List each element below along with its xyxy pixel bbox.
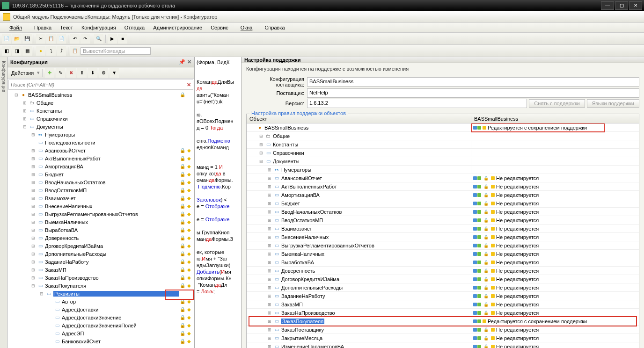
tree-item[interactable]: ▭АдресЭП🔒◆ <box>7 329 194 337</box>
obj-row[interactable]: ⊞▭Бюджет🔒Не редактируется <box>247 199 639 208</box>
tree-item[interactable]: ⊞▭ЗаданиеНаРаботу🔒◆ <box>7 258 194 266</box>
obj-row[interactable]: ⊞▭ЗаказПоставщику🔒Не редактируется <box>247 326 639 334</box>
obj-row[interactable]: ⊞▭ИзменениеПараметровВА🔒Не редактируется <box>247 342 639 348</box>
obj-row[interactable]: ⊞▭ЗаказНаПроизводство🔒Не редактируется <box>247 309 639 317</box>
tree-item[interactable]: ⊞▭ВыгрузкаРегламентированныхОтчетов🔒◆ <box>7 210 194 218</box>
ab-up-icon[interactable]: ⬆ <box>77 68 87 78</box>
tree-item[interactable]: ⊟▭Документы <box>7 123 194 130</box>
tb2-step-icon[interactable]: ⤵ <box>46 46 56 56</box>
tb-stop-icon[interactable]: ■ <box>118 34 127 44</box>
maximize-button[interactable]: ▢ <box>615 1 628 10</box>
obj-row[interactable]: ⊞▭ВыемкаНаличных🔒Не редактируется <box>247 250 639 258</box>
tb-copy-icon[interactable]: 📋 <box>46 34 56 44</box>
obj-row[interactable]: ⊞▭ДоговорКредитаИЗайма🔒Не редактируется <box>247 275 639 283</box>
tb-cut-icon[interactable]: ✂ <box>36 34 45 44</box>
ab-sort-icon[interactable]: ⚙ <box>99 68 108 78</box>
ab-filter-icon[interactable]: ▼ <box>110 68 119 78</box>
tree-item[interactable]: ⊞▭Взаимозачет🔒◆ <box>7 194 194 202</box>
tree-item[interactable]: ▭Последовательности <box>7 138 194 146</box>
tb2-proc-icon[interactable]: 📋 <box>70 46 80 56</box>
tree-item[interactable]: ⊞▭Справочники <box>7 115 194 123</box>
obj-row[interactable]: ⊞▭ВводОстатковМП🔒Не редактируется <box>247 216 639 225</box>
menu-edit[interactable]: Правка <box>30 24 55 31</box>
tree-item[interactable]: ▭БанковскийСчет🔒◆ <box>7 337 194 345</box>
tb-run-icon[interactable]: ▶ <box>108 34 117 44</box>
obj-row[interactable]: ⊞▭Доверенность🔒Не редактируется <box>247 267 639 275</box>
config-tree[interactable]: ⊟●BASSmallBusiness🔒⊞🗀Общие⊞▭Константы⊞▭С… <box>7 91 194 348</box>
close-button[interactable]: ✕ <box>629 1 642 10</box>
tree-item[interactable]: ▭АдресДоставки🔒◆ <box>7 305 194 313</box>
tb-find-icon[interactable]: 🔍 <box>94 34 103 44</box>
obj-row[interactable]: ⊞₂₃Нумераторы <box>247 166 639 174</box>
obj-row[interactable]: ⊞▭ЗакрытиеМесяца🔒Не редактируется <box>247 334 639 342</box>
menu-debug[interactable]: Отладка <box>121 24 148 31</box>
obj-row[interactable]: ⊞▭АвансовыйОтчет🔒Не редактируется <box>247 174 639 182</box>
sidebar-tab[interactable]: Конфигурация <box>0 57 7 348</box>
tree-item[interactable]: ⊞▭ВыемкаНаличных🔒◆ <box>7 218 194 226</box>
tree-item[interactable]: ⊞▭ДополнительныеРасходы🔒◆ <box>7 250 194 258</box>
menu-service[interactable]: Сервис <box>207 24 232 31</box>
tb-open-icon[interactable]: 📂 <box>12 34 22 44</box>
tree-item[interactable]: ⊟▭ЗаказПокупателя🔒◆ <box>7 282 194 290</box>
ab-edit-icon[interactable]: ✎ <box>56 68 65 78</box>
obj-row[interactable]: ⊟▭Документы <box>247 157 639 166</box>
tree-item[interactable]: ⊞▭Бюджет🔒◆ <box>7 170 194 178</box>
search-clear-icon[interactable]: ✕ <box>184 82 193 88</box>
menu-admin[interactable]: Администрирование <box>149 24 206 31</box>
obj-row[interactable]: ⊞▭ВводНачальныхОстатков🔒Не редактируется <box>247 208 639 216</box>
tree-item[interactable]: ⊟▭Реквизиты <box>7 290 194 297</box>
tree-item[interactable]: ⊞▭ВыработкаВА🔒◆ <box>7 226 194 234</box>
tb-undo-icon[interactable]: ↶ <box>70 34 80 44</box>
tree-item[interactable]: ⊞▭ДоговорКредитаИЗайма🔒◆ <box>7 242 194 250</box>
tree-item[interactable]: ⊞▭АктВыполненныхРабот🔒◆ <box>7 154 194 162</box>
tree-item[interactable]: ⊞▭Константы <box>7 107 194 115</box>
menu-config[interactable]: Конфигурация <box>78 24 120 31</box>
obj-row[interactable]: ⊞▭ЗаданиеНаРаботу🔒Не редактируется <box>247 292 639 300</box>
tb-save-icon[interactable]: 💾 <box>22 34 32 44</box>
tb2-debug-icon[interactable]: ● <box>36 46 45 56</box>
ab-down-icon[interactable]: ⬇ <box>88 68 97 78</box>
menu-text[interactable]: Текст <box>56 24 77 31</box>
tree-item[interactable]: ⊞₂₃Нумераторы <box>7 130 194 138</box>
tree-item[interactable]: ⊞▭АмортизацияВА🔒◆ <box>7 162 194 170</box>
tb2-2-icon[interactable]: ◨ <box>12 46 22 56</box>
obj-row[interactable]: ⊞▭Константы <box>247 140 639 149</box>
menu-help[interactable]: Справка <box>261 24 288 31</box>
tree-item[interactable]: ⊞▭ВводОстатковМП🔒◆ <box>7 186 194 194</box>
tb2-3-icon[interactable]: ▦ <box>22 46 32 56</box>
obj-row[interactable]: ⊞▭Взаимозачет🔒Не редактируется <box>247 225 639 233</box>
menu-file[interactable]: Файл <box>2 24 29 31</box>
obj-row[interactable]: ⊞▭ЗаказМП🔒Не редактируется <box>247 300 639 309</box>
proc-combo[interactable]: ВывестиКоманды <box>80 47 151 55</box>
obj-row[interactable]: ⊞▭ДополнительныеРасходы🔒Не редактируется <box>247 283 639 292</box>
tree-item[interactable]: ⊞▭Доверенность🔒◆ <box>7 234 194 242</box>
tb-redo-icon[interactable]: ↷ <box>80 34 90 44</box>
remove-support-button[interactable]: Снять с поддержки <box>529 99 585 108</box>
obj-row[interactable]: ⊞▭ЗаказПокупателяРедактируется с сохране… <box>247 317 639 326</box>
tree-item[interactable]: ⊞▭АвансовыйОтчет🔒◆ <box>7 146 194 154</box>
tb2-1-icon[interactable]: ◧ <box>2 46 11 56</box>
obj-row[interactable]: ⊞▭ВыгрузкаРегламентированныхОтчетов🔒Не р… <box>247 241 639 250</box>
actions-menu[interactable]: Действия <box>9 69 36 77</box>
support-languages-button[interactable]: Языки поддержки <box>587 99 639 108</box>
tb-paste-icon[interactable]: 📄 <box>57 34 66 44</box>
obj-row[interactable]: ⊞▭АктВыполненныхРабот🔒Не редактируется <box>247 182 639 191</box>
tree-item[interactable]: ▭Автор🔒◆ <box>7 297 194 305</box>
tree-item[interactable]: ⊞▭ВводНачальныхОстатков🔒◆ <box>7 178 194 186</box>
minimize-button[interactable]: — <box>601 1 614 10</box>
tb-new-icon[interactable]: 📄 <box>2 34 11 44</box>
tree-item[interactable]: ⊟●BASSmallBusiness🔒 <box>7 91 194 99</box>
panel-pin-icon[interactable]: 📌 <box>179 59 185 65</box>
tb2-step2-icon[interactable]: ⤴ <box>57 46 66 56</box>
tree-item[interactable]: ⊞▭ВнесениеНаличных🔒◆ <box>7 202 194 210</box>
tree-item[interactable]: ⊞🗀Общие <box>7 99 194 107</box>
ab-del-icon[interactable]: ✖ <box>66 68 76 78</box>
obj-row[interactable]: ⊞▭ВыработкаВА🔒Не редактируется <box>247 258 639 267</box>
tree-item[interactable]: ⊞▭ЗаказНаПроизводство🔒◆ <box>7 274 194 282</box>
tree-item[interactable]: ▭АдресДоставкиЗначенияПолей🔒◆ <box>7 321 194 329</box>
obj-row[interactable]: ⊞▭АмортизацияВА🔒Не редактируется <box>247 191 639 199</box>
panel-close-icon[interactable]: ✕ <box>187 59 191 65</box>
tree-item[interactable]: ▭АдресДоставкиЗначение🔒◆ <box>7 313 194 321</box>
search-input[interactable] <box>9 82 184 87</box>
obj-row[interactable]: ⊞▭Справочники <box>247 149 639 157</box>
